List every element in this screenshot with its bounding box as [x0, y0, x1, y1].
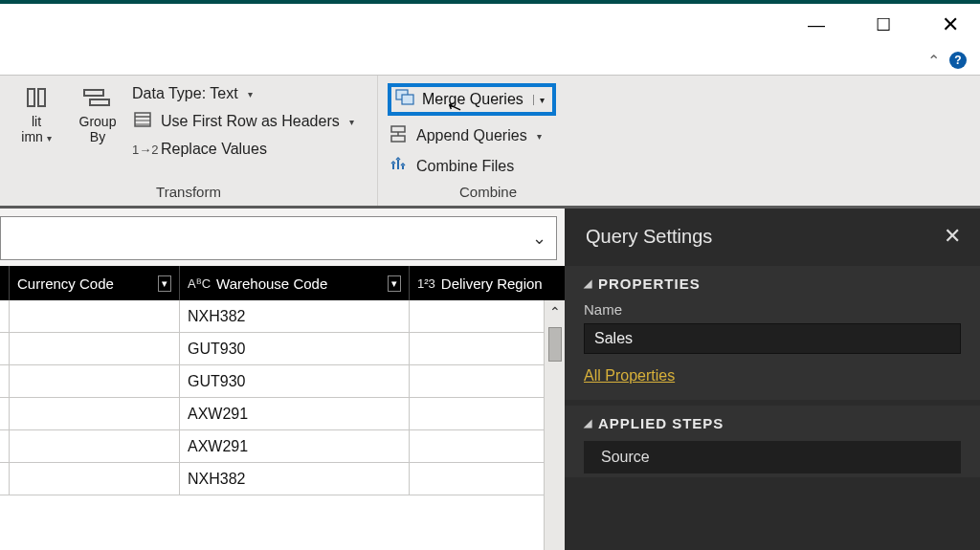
split-column-label-1: lit [32, 114, 41, 129]
row-leading-cell [0, 398, 10, 429]
use-first-row-dropdown-icon: ▾ [349, 117, 354, 127]
replace-values-icon: 1→2 [132, 143, 153, 157]
applied-steps-section: ◢ APPLIED STEPS Source [565, 406, 980, 477]
column-header-currency-code[interactable]: Currency Code ▾ [10, 266, 180, 300]
merge-queries-button[interactable]: Merge Queries ▾ ↖ [388, 83, 556, 116]
split-column-button[interactable]: lit imn ▾ [10, 81, 63, 144]
properties-section: ◢ PROPERTIES Name All Properties [565, 266, 980, 400]
replace-values-button[interactable]: 1→2 Replace Values [132, 141, 354, 158]
scroll-thumb[interactable] [548, 327, 562, 362]
query-name-input[interactable] [584, 323, 961, 354]
applied-steps-section-title: APPLIED STEPS [598, 415, 724, 431]
vertical-scrollbar[interactable]: ⌃ [544, 300, 565, 550]
window-close-button[interactable]: ✕ [928, 6, 972, 44]
column-type-number-icon: 1²3 [417, 276, 435, 291]
table-body: NXH382GUT930GUT930AXW291AXW291NXH382 ⌃ [0, 300, 565, 550]
combine-files-label: Combine Files [416, 158, 514, 175]
cell-warehouse-code[interactable]: GUT930 [180, 333, 410, 364]
replace-values-label: Replace Values [161, 141, 267, 158]
applied-steps-collapse-icon: ◢ [584, 417, 592, 429]
applied-step-source[interactable]: Source [584, 441, 961, 473]
scroll-up-button[interactable]: ⌃ [549, 300, 561, 323]
append-queries-label: Append Queries [416, 127, 527, 144]
data-type-dropdown-icon: ▾ [248, 89, 253, 99]
group-by-label-2: By [90, 129, 105, 144]
table-row[interactable]: GUT930 [0, 333, 565, 365]
svg-rect-2 [84, 90, 103, 96]
cell-warehouse-code[interactable]: AXW291 [180, 430, 410, 462]
window-minimize-button[interactable]: — [794, 6, 838, 44]
append-queries-button[interactable]: Append Queries ▾ [388, 125, 556, 146]
cell-delivery-region[interactable] [410, 365, 565, 397]
applied-steps-section-header[interactable]: ◢ APPLIED STEPS [584, 415, 961, 431]
cell-currency-code[interactable] [10, 333, 180, 364]
data-preview-pane: ⌄ Currency Code ▾ AᴮC Warehouse Code ▾ 1… [0, 209, 565, 550]
column-filter-currency[interactable]: ▾ [158, 275, 171, 292]
query-name-label: Name [584, 301, 961, 318]
group-by-button[interactable]: Group By [71, 81, 124, 144]
merge-queries-dropdown-icon[interactable]: ▾ [533, 95, 545, 105]
cell-delivery-region[interactable] [410, 398, 565, 429]
table-header-icon [132, 112, 153, 131]
split-column-icon [25, 81, 48, 114]
table-header: Currency Code ▾ AᴮC Warehouse Code ▾ 1²3… [0, 266, 565, 300]
cell-warehouse-code[interactable]: GUT930 [180, 365, 410, 397]
cell-warehouse-code[interactable]: NXH382 [180, 300, 410, 332]
cell-delivery-region[interactable] [410, 430, 565, 462]
cell-currency-code[interactable] [10, 463, 180, 495]
query-settings-close-button[interactable]: ✕ [944, 224, 961, 249]
merge-queries-label: Merge Queries [422, 91, 523, 108]
table-row[interactable]: NXH382 [0, 300, 565, 333]
cell-currency-code[interactable] [10, 430, 180, 462]
cell-warehouse-code[interactable]: AXW291 [180, 398, 410, 429]
cell-currency-code[interactable] [10, 398, 180, 429]
table-row[interactable]: AXW291 [0, 398, 565, 430]
column-type-text-icon: AᴮC [188, 276, 211, 291]
formula-bar-expand-button[interactable]: ⌄ [532, 228, 546, 249]
ribbon-group-combine: Merge Queries ▾ ↖ Append Queries ▾ Combi… [378, 76, 598, 206]
properties-collapse-icon: ◢ [584, 277, 592, 290]
append-queries-icon [388, 125, 409, 146]
cell-currency-code[interactable] [10, 365, 180, 397]
ribbon-collapse-button[interactable]: ⌃ [927, 52, 940, 70]
split-column-dropdown-icon: ▾ [47, 133, 52, 143]
cell-delivery-region[interactable] [410, 463, 565, 495]
column-header-currency-label: Currency Code [17, 275, 114, 292]
use-first-row-button[interactable]: Use First Row as Headers ▾ [132, 112, 354, 131]
properties-section-header[interactable]: ◢ PROPERTIES [584, 275, 961, 292]
ribbon-group-transform: lit imn ▾ Group By Data Type: Text ▾ [0, 76, 378, 206]
table-row[interactable]: GUT930 [0, 365, 565, 398]
svg-rect-9 [402, 95, 413, 104]
ribbon-group-transform-label: Transform [10, 184, 368, 204]
column-header-warehouse-label: Warehouse Code [216, 275, 327, 292]
cell-delivery-region[interactable] [410, 300, 565, 332]
row-leading-cell [0, 430, 10, 462]
properties-section-title: PROPERTIES [598, 275, 701, 292]
cell-delivery-region[interactable] [410, 333, 565, 364]
data-type-label: Data Type: Text [132, 85, 238, 102]
column-header-delivery-label: Delivery Region [441, 275, 543, 292]
work-area: ⌄ Currency Code ▾ AᴮC Warehouse Code ▾ 1… [0, 209, 980, 550]
formula-bar[interactable]: ⌄ [0, 216, 557, 260]
table-row[interactable]: NXH382 [0, 463, 565, 495]
table-row[interactable]: AXW291 [0, 430, 565, 463]
svg-rect-1 [38, 89, 45, 106]
merge-queries-icon [395, 89, 416, 110]
cell-currency-code[interactable] [10, 300, 180, 332]
group-by-label-1: Group [79, 114, 117, 129]
column-header-warehouse-code[interactable]: AᴮC Warehouse Code ▾ [180, 266, 410, 300]
ribbon: lit imn ▾ Group By Data Type: Text ▾ [0, 75, 980, 209]
window-maximize-button[interactable]: ☐ [861, 6, 905, 44]
svg-rect-3 [90, 99, 109, 105]
combine-files-button[interactable]: Combine Files [388, 156, 556, 177]
data-type-button[interactable]: Data Type: Text ▾ [132, 85, 354, 102]
row-leading-cell [0, 365, 10, 397]
svg-rect-0 [28, 89, 34, 106]
ribbon-help-row: ⌃ ? [0, 46, 980, 75]
cell-warehouse-code[interactable]: NXH382 [180, 463, 410, 495]
use-first-row-label: Use First Row as Headers [161, 113, 340, 130]
all-properties-link[interactable]: All Properties [584, 367, 675, 385]
help-button[interactable]: ? [949, 52, 967, 69]
column-filter-warehouse[interactable]: ▾ [388, 275, 401, 292]
column-header-delivery-region[interactable]: 1²3 Delivery Region [410, 266, 565, 300]
